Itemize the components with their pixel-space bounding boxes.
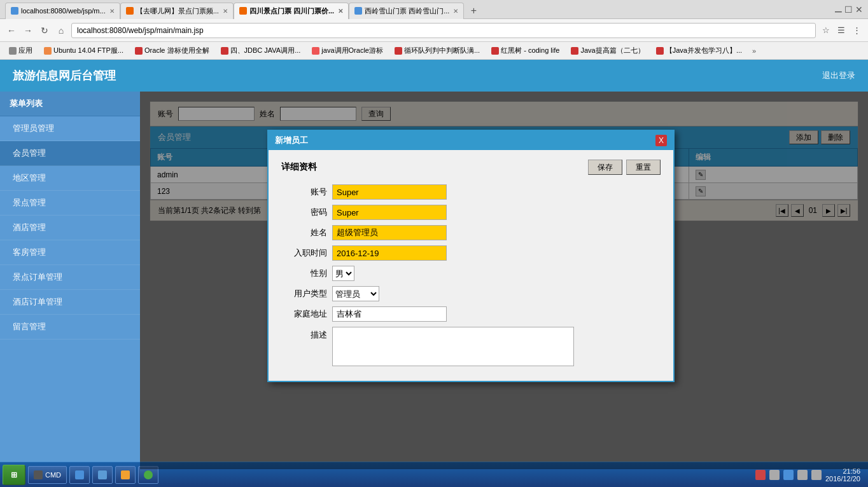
bookmark-icon-java-advanced bbox=[571, 47, 578, 55]
tab-1[interactable]: localhost:8080/web/jsp/m... ✕ bbox=[5, 3, 120, 19]
tab-icon-2 bbox=[126, 7, 134, 15]
bookmark-star-icon[interactable]: ☆ bbox=[820, 24, 832, 37]
tab-label-2: 【去哪儿网】景点门票频... bbox=[136, 6, 219, 16]
tab-close-2[interactable]: ✕ bbox=[223, 8, 228, 15]
bookmark-label-java-advanced: Java提高篇（二七） bbox=[580, 46, 644, 55]
modal-dialog: 新增员工 X 详细资料 保存 重置 bbox=[267, 130, 675, 382]
taskbar-item-1[interactable]: CMD bbox=[28, 466, 67, 484]
modal-titlebar: 新增员工 X bbox=[269, 131, 673, 150]
new-tab-button[interactable]: + bbox=[464, 3, 483, 19]
tab-icon-1 bbox=[11, 7, 18, 15]
sidebar-item-scenic-order[interactable]: 景点订单管理 bbox=[0, 265, 140, 290]
bookmark-label-jdbc: 四、JDBC JAVA调用... bbox=[230, 46, 301, 55]
desc-textarea[interactable] bbox=[332, 327, 574, 366]
tab-label-3: 四川景点门票 四川门票价... bbox=[249, 6, 334, 16]
start-icon: ⊞ bbox=[11, 470, 17, 479]
reload-button[interactable]: ↻ bbox=[38, 24, 51, 37]
bookmark-oracle[interactable]: Oracle 游标使用全解 bbox=[130, 45, 214, 57]
bookmark-queue[interactable]: 循环队列判中判断队满... bbox=[389, 45, 485, 57]
tray-icon-3 bbox=[783, 470, 794, 480]
tab-2[interactable]: 【去哪儿网】景点门票频... ✕ bbox=[120, 3, 234, 19]
app-header: 旅游信息网后台管理 退出登录 bbox=[0, 60, 868, 92]
gender-select[interactable]: 男 女 bbox=[332, 266, 354, 281]
home-button[interactable]: ⌂ bbox=[55, 24, 67, 37]
sidebar-item-hotel-order[interactable]: 酒店订单管理 bbox=[0, 290, 140, 315]
bookmark-concurrent[interactable]: 【Java并发包学习八】... bbox=[651, 45, 747, 57]
sidebar-item-admin[interactable]: 管理员管理 bbox=[0, 116, 140, 141]
start-button[interactable]: ⊞ bbox=[3, 465, 25, 485]
bookmark-icon-jdbc bbox=[221, 47, 228, 55]
app-body: 菜单列表 管理员管理 会员管理 地区管理 景点管理 酒店管理 客房管理 景点订单… bbox=[0, 92, 868, 469]
form-row-address: 家庭地址 bbox=[281, 306, 661, 322]
sidebar-item-hotel[interactable]: 酒店管理 bbox=[0, 216, 140, 240]
taskbar-item-4[interactable] bbox=[115, 466, 136, 484]
sidebar-item-member[interactable]: 会员管理 bbox=[0, 141, 140, 166]
menu-icon[interactable]: ⋮ bbox=[850, 24, 863, 37]
name-input[interactable] bbox=[332, 225, 447, 240]
tray-icon-sound bbox=[811, 470, 822, 480]
password-input[interactable] bbox=[332, 205, 447, 220]
join-date-label: 入职时间 bbox=[281, 247, 332, 259]
sidebar-item-room[interactable]: 客房管理 bbox=[0, 240, 140, 265]
bookmark-ubuntu[interactable]: Ubuntu 14.04 FTP服... bbox=[39, 45, 129, 57]
browser-navbar: ← → ↻ ⌂ ☆ ☰ ⋮ bbox=[0, 19, 868, 42]
tab-close-3[interactable]: ✕ bbox=[338, 8, 343, 15]
sidebar: 菜单列表 管理员管理 会员管理 地区管理 景点管理 酒店管理 客房管理 景点订单… bbox=[0, 92, 140, 469]
form-row-join-date: 入职时间 bbox=[281, 245, 661, 261]
address-input[interactable] bbox=[332, 306, 447, 322]
modal-close-button[interactable]: X bbox=[655, 135, 667, 146]
forward-button[interactable]: → bbox=[22, 24, 34, 37]
tab-label-4: 西岭雪山门票 西岭雪山门... bbox=[365, 6, 449, 16]
maximize-button[interactable]: ☐ bbox=[844, 4, 853, 15]
bookmark-label-queue: 循环队列判中判断队满... bbox=[404, 46, 480, 55]
user-type-select[interactable]: 管理员 普通用户 bbox=[332, 286, 379, 301]
sidebar-item-region[interactable]: 地区管理 bbox=[0, 166, 140, 191]
tab-3[interactable]: 四川景点门票 四川门票价... ✕ bbox=[234, 3, 349, 19]
window-controls: ⎽ ☐ ✕ bbox=[835, 3, 863, 16]
bookmark-apps[interactable]: 应用 bbox=[4, 45, 38, 57]
bookmark-icon-oracle bbox=[135, 47, 143, 55]
tray-icon-2 bbox=[769, 470, 780, 480]
bookmarks-more[interactable]: » bbox=[748, 46, 760, 56]
modal-section-title: 详细资料 bbox=[281, 161, 317, 173]
tray-time: 21:56 2016/12/20 bbox=[825, 467, 860, 483]
name-label: 姓名 bbox=[281, 227, 332, 238]
bookmark-icon-concurrent bbox=[656, 47, 664, 55]
taskbar-icon-2 bbox=[75, 470, 84, 479]
password-label: 密码 bbox=[281, 207, 332, 218]
taskbar-item-2[interactable] bbox=[69, 466, 90, 484]
bookmark-java-advanced[interactable]: Java提高篇（二七） bbox=[566, 45, 649, 57]
back-button[interactable]: ← bbox=[5, 24, 18, 37]
nav-icons: ☆ ☰ ⋮ bbox=[820, 24, 863, 37]
minimize-button[interactable]: ⎽ bbox=[835, 3, 842, 16]
window-close-button[interactable]: ✕ bbox=[855, 4, 863, 15]
logout-button[interactable]: 退出登录 bbox=[822, 70, 855, 81]
sidebar-item-message[interactable]: 留言管理 bbox=[0, 315, 140, 340]
tab-icon-4 bbox=[354, 7, 362, 15]
user-type-label: 用户类型 bbox=[281, 288, 332, 299]
sidebar-item-scenic[interactable]: 景点管理 bbox=[0, 191, 140, 216]
form-row-desc: 描述 bbox=[281, 327, 661, 366]
tab-4[interactable]: 西岭雪山门票 西岭雪山门... ✕ bbox=[349, 3, 464, 19]
form-row-gender: 性别 男 女 bbox=[281, 266, 661, 281]
bookmark-label-concurrent: 【Java并发包学习八】... bbox=[666, 46, 742, 55]
save-button[interactable]: 保存 bbox=[588, 160, 622, 175]
tab-close-1[interactable]: ✕ bbox=[109, 8, 115, 15]
account-input[interactable] bbox=[332, 184, 447, 200]
tab-close-4[interactable]: ✕ bbox=[453, 8, 458, 15]
bookmark-icon-apps bbox=[9, 47, 17, 55]
taskbar-label-1: CMD bbox=[45, 471, 61, 479]
modal-header-row: 详细资料 保存 重置 bbox=[281, 160, 661, 175]
address-bar[interactable] bbox=[71, 23, 816, 38]
desc-label: 描述 bbox=[281, 327, 332, 341]
taskbar-item-3[interactable] bbox=[92, 466, 113, 484]
reset-button[interactable]: 重置 bbox=[626, 160, 661, 175]
join-date-input[interactable] bbox=[332, 245, 447, 261]
bookmark-rbt[interactable]: 红黑树 - coding life bbox=[486, 45, 564, 57]
tab-label-1: localhost:8080/web/jsp/m... bbox=[21, 7, 106, 15]
bookmark-jdbc[interactable]: 四、JDBC JAVA调用... bbox=[216, 45, 306, 57]
settings-icon[interactable]: ☰ bbox=[835, 24, 848, 37]
bookmark-java-oracle[interactable]: java调用Oracle游标 bbox=[307, 45, 388, 57]
taskbar-icon-1 bbox=[34, 470, 43, 479]
gender-label: 性别 bbox=[281, 268, 332, 279]
